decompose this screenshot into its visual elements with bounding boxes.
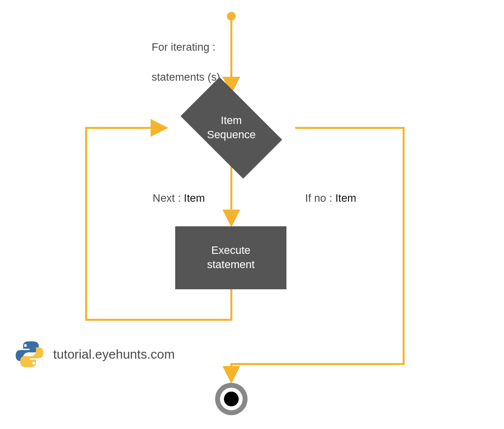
edge-label-next-prefix: Next : xyxy=(153,192,184,204)
decision-node: Item Sequence xyxy=(167,89,295,167)
edge-label-ifno: If no : Item xyxy=(305,192,356,205)
process-node: Execute statement xyxy=(175,226,286,289)
decision-text: Item Sequence xyxy=(167,89,295,167)
process-line2: statement xyxy=(207,258,255,272)
decision-line1: Item xyxy=(221,114,242,128)
end-node xyxy=(215,383,248,415)
decision-line2: Sequence xyxy=(207,128,255,142)
watermark-text: tutorial.eyehunts.com xyxy=(53,347,175,362)
watermark: tutorial.eyehunts.com xyxy=(15,339,175,369)
end-node-ring xyxy=(220,388,243,410)
edge-label-next-bold: Item xyxy=(184,192,205,204)
start-node xyxy=(227,12,236,21)
start-label: For iterating : statements (s) xyxy=(152,25,220,85)
edge-label-ifno-prefix: If no : xyxy=(305,192,335,204)
flowchart-container: For iterating : statements (s) Item Sequ… xyxy=(0,0,504,429)
end-node-core xyxy=(224,392,239,406)
process-line1: Execute xyxy=(211,244,251,258)
edge-label-next: Next : Item xyxy=(153,192,205,205)
edge-label-ifno-bold: Item xyxy=(335,192,356,204)
start-label-line1: For iterating : xyxy=(152,41,216,53)
python-icon xyxy=(15,339,44,369)
start-label-line2: statements (s) xyxy=(152,71,220,83)
